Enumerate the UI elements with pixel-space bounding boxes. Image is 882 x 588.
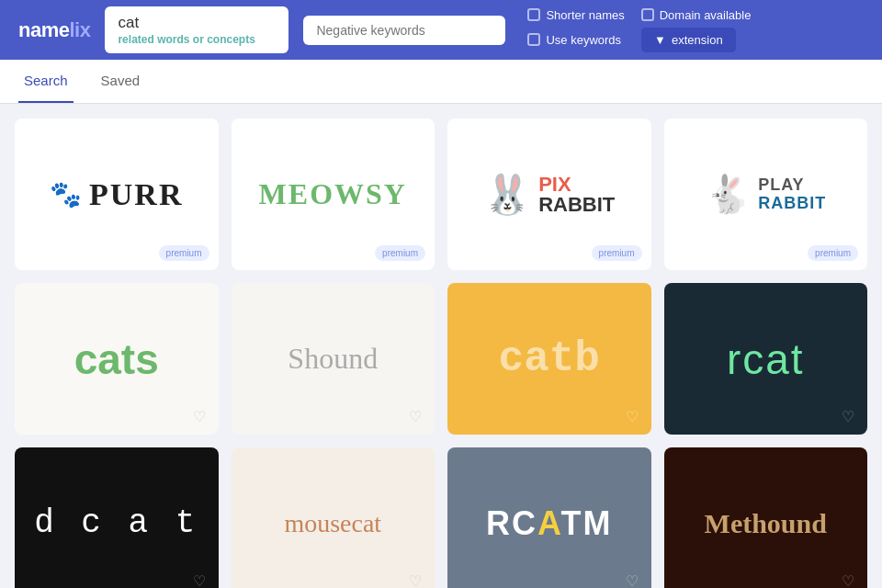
card-dcat[interactable]: d c a t ♡ (15, 447, 219, 588)
domain-available-filter[interactable]: Domain available (641, 8, 752, 22)
rabbit-word2: RABBIT (758, 195, 826, 213)
purr-logo: 🐾 PURR (50, 177, 183, 212)
catb-name: catb (499, 335, 600, 383)
card-mousecat[interactable]: mousecat ♡ (232, 447, 435, 588)
filters-panel: Shorter names Domain available Use keywo… (527, 8, 751, 52)
logo[interactable]: namelix (18, 18, 90, 42)
catb-favorite-button[interactable]: ♡ (626, 408, 639, 425)
play-word: PLAY (758, 176, 826, 195)
card-rcat-inner: rcat (664, 283, 868, 435)
premium-badge: premium (808, 245, 858, 261)
rabbit-word: RABBIT (538, 195, 615, 215)
shorter-names-label: Shorter names (546, 8, 624, 22)
filter-row-1: Shorter names Domain available (527, 8, 751, 22)
card-cats-inner: cats (15, 283, 219, 435)
rcat-favorite-button[interactable]: ♡ (842, 408, 854, 425)
methound-favorite-button[interactable]: ♡ (842, 572, 854, 588)
card-rcat[interactable]: rcat ♡ (664, 283, 868, 435)
mousecat-name: mousecat (284, 509, 381, 538)
rcatm-favorite-button[interactable]: ♡ (626, 572, 639, 588)
card-rcatm[interactable]: RCATM ♡ (447, 447, 651, 588)
playrabbit-icon: 🐇 (705, 173, 751, 216)
pixrabbit-text: PIX RABBIT (538, 175, 615, 215)
use-keywords-label: Use keywords (546, 33, 621, 47)
keywords-input[interactable] (316, 23, 492, 38)
cats-favorite-button[interactable]: ♡ (193, 408, 206, 425)
domain-label: Domain available (660, 8, 752, 22)
card-meowsy[interactable]: MEOWSY premium (232, 119, 435, 270)
rcatm-highlight: A (537, 504, 560, 542)
methound-name: Methound (705, 508, 827, 539)
shorter-names-filter[interactable]: Shorter names (527, 8, 624, 22)
search-hint: related words or concepts (118, 33, 276, 46)
chevron-down-icon: ▼ (654, 33, 666, 47)
search-hint-related: related (118, 33, 153, 46)
purr-name: PURR (89, 177, 183, 212)
shound-name: Shound (288, 342, 378, 376)
use-keywords-checkbox[interactable] (527, 33, 540, 46)
mousecat-favorite-button[interactable]: ♡ (409, 572, 422, 588)
card-shound[interactable]: Shound ♡ (232, 283, 435, 435)
pix-word: PIX (538, 175, 615, 195)
card-playrabbit[interactable]: 🐇 PLAY RABBIT premium (664, 119, 868, 270)
card-cats[interactable]: cats ♡ (15, 283, 219, 435)
search-box: related words or concepts (105, 6, 288, 53)
card-methound[interactable]: Methound ♡ (664, 447, 868, 588)
tab-bar: Search Saved (0, 60, 882, 104)
rcatm-name: RCATM (486, 504, 612, 543)
playrabbit-content: 🐇 PLAY RABBIT (705, 173, 826, 216)
card-dcat-inner: d c a t (15, 447, 219, 588)
search-input[interactable] (118, 14, 276, 32)
tab-saved[interactable]: Saved (96, 60, 146, 103)
results-grid-container: 🐾 PURR premium MEOWSY premium 🐰 PIX (0, 104, 882, 588)
card-catb-inner: catb (447, 283, 651, 435)
shound-favorite-button[interactable]: ♡ (409, 408, 422, 425)
filter-row-2: Use keywords ▼ extension (527, 28, 751, 52)
playrabbit-text-wrap: PLAY RABBIT (758, 176, 826, 213)
use-keywords-filter[interactable]: Use keywords (527, 33, 621, 47)
purr-heart-icon: 🐾 (50, 179, 82, 209)
meowsy-name: MEOWSY (259, 177, 407, 211)
card-purr[interactable]: 🐾 PURR premium (15, 119, 219, 270)
domain-checkbox[interactable] (641, 8, 654, 21)
shorter-names-checkbox[interactable] (527, 8, 540, 21)
search-hint-text: words or concepts (157, 33, 255, 46)
card-rcatm-inner: RCATM (447, 447, 651, 588)
results-grid: 🐾 PURR premium MEOWSY premium 🐰 PIX (0, 104, 882, 588)
app-header: namelix related words or concepts Shorte… (0, 0, 882, 60)
cats-name: cats (74, 334, 159, 384)
premium-badge: premium (375, 245, 425, 261)
card-catb[interactable]: catb ♡ (447, 283, 651, 435)
extension-button[interactable]: ▼ extension (641, 28, 736, 52)
card-shound-inner: Shound (232, 283, 435, 435)
card-pixrabbit[interactable]: 🐰 PIX RABBIT premium (447, 119, 651, 270)
dcat-name: d c a t (34, 504, 198, 542)
rcat-name: rcat (727, 334, 805, 384)
card-methound-inner: Methound (664, 447, 868, 588)
card-mousecat-inner: mousecat (232, 447, 435, 588)
tab-search[interactable]: Search (18, 60, 74, 103)
pixrabbit-content: 🐰 PIX RABBIT (483, 172, 615, 217)
dcat-favorite-button[interactable]: ♡ (193, 572, 206, 588)
premium-badge: premium (159, 245, 209, 261)
premium-badge: premium (592, 245, 642, 261)
extension-label: extension (672, 33, 723, 47)
pixrabbit-icon: 🐰 (483, 172, 531, 217)
keywords-box (303, 16, 505, 45)
